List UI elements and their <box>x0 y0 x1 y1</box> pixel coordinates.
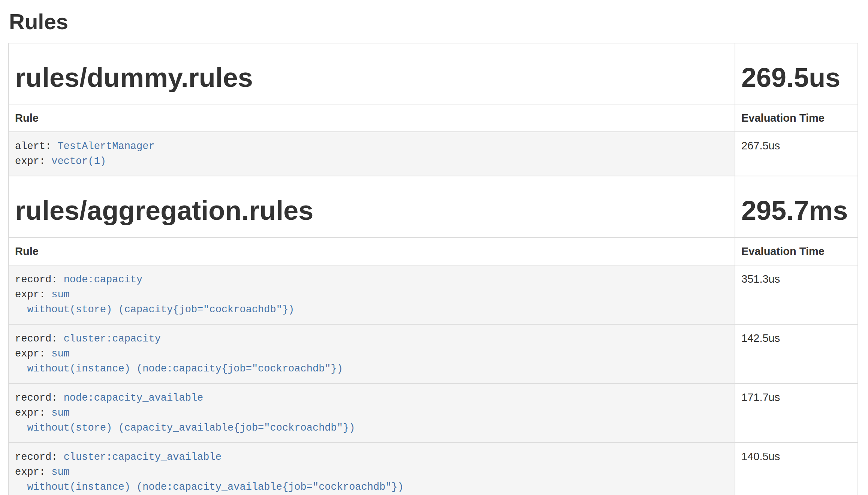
rule-expression-link[interactable]: node:capacity <box>64 274 143 285</box>
column-header-row: RuleEvaluation Time <box>9 237 858 265</box>
rule-expression-link[interactable]: sum <box>51 407 70 419</box>
rule-cell: alert: TestAlertManager expr: vector(1) <box>9 132 735 176</box>
rules-table: rules/dummy.rules269.5usRuleEvaluation T… <box>8 43 858 495</box>
rule-cell: record: cluster:capacity_available expr:… <box>9 443 735 495</box>
rule-eval-time: 140.5us <box>735 443 858 495</box>
rule-eval-time: 142.5us <box>735 324 858 383</box>
rule-cell: record: node:capacity expr: sum without(… <box>9 265 735 324</box>
column-header-row: RuleEvaluation Time <box>9 104 858 132</box>
rule-keyword: expr: <box>15 289 51 300</box>
rule-keyword: expr: <box>15 348 51 359</box>
rule-keyword: expr: <box>15 467 51 478</box>
rule-expression-link[interactable]: sum <box>51 289 70 300</box>
rule-group-file: rules/dummy.rules <box>15 64 729 92</box>
rule-row: alert: TestAlertManager expr: vector(1)2… <box>9 132 858 176</box>
rules-page: Rules rules/dummy.rules269.5usRuleEvalua… <box>0 10 868 495</box>
rule-definition: record: cluster:capacity_available expr:… <box>15 450 729 495</box>
rule-row: record: node:capacity_available expr: su… <box>9 383 858 443</box>
rule-keyword: record: <box>15 392 64 404</box>
rule-group-file-cell: rules/dummy.rules <box>9 43 735 104</box>
rule-column-header: Rule <box>9 104 735 132</box>
rule-definition: alert: TestAlertManager expr: vector(1) <box>15 139 729 169</box>
rule-keyword <box>15 304 27 315</box>
rule-expression-link[interactable]: cluster:capacity <box>64 333 161 344</box>
rule-keyword: expr: <box>15 156 51 167</box>
rule-keyword: record: <box>15 333 64 344</box>
rule-keyword: expr: <box>15 407 51 419</box>
page-title: Rules <box>9 10 858 34</box>
rule-eval-time: 351.3us <box>735 265 858 324</box>
rule-column-header: Rule <box>9 237 735 265</box>
rule-definition: record: cluster:capacity expr: sum witho… <box>15 331 729 376</box>
rule-group-heading-row: rules/dummy.rules269.5us <box>9 43 858 104</box>
rule-expression-link[interactable]: TestAlertManager <box>57 141 154 152</box>
rule-keyword <box>15 422 27 434</box>
rule-group-total-time-cell: 269.5us <box>735 43 858 104</box>
rule-expression-link[interactable]: vector(1) <box>51 156 106 167</box>
rule-keyword: record: <box>15 274 64 285</box>
rule-definition: record: node:capacity_available expr: su… <box>15 391 729 435</box>
rule-keyword: alert: <box>15 141 57 152</box>
rule-group-file-cell: rules/aggregation.rules <box>9 176 735 237</box>
rule-row: record: cluster:capacity_available expr:… <box>9 443 858 495</box>
rule-definition: record: node:capacity expr: sum without(… <box>15 272 729 317</box>
rule-expression-link[interactable]: cluster:capacity_available <box>64 452 221 463</box>
rule-group-total-time-cell: 295.7ms <box>735 176 858 237</box>
rule-expression-link[interactable]: without(store) (capacity{job="cockroachd… <box>27 304 294 315</box>
rule-eval-time: 171.7us <box>735 383 858 443</box>
rule-expression-link[interactable]: without(instance) (node:capacity{job="co… <box>27 363 343 374</box>
rule-group-total-time: 269.5us <box>741 64 852 92</box>
rule-keyword: record: <box>15 452 64 463</box>
evaluation-time-column-header: Evaluation Time <box>735 104 858 132</box>
rule-expression-link[interactable]: node:capacity_available <box>64 392 204 404</box>
rule-group-heading-row: rules/aggregation.rules295.7ms <box>9 176 858 237</box>
evaluation-time-column-header: Evaluation Time <box>735 237 858 265</box>
rule-expression-link[interactable]: sum <box>51 348 70 359</box>
rule-cell: record: cluster:capacity expr: sum witho… <box>9 324 735 383</box>
rules-table-body: rules/dummy.rules269.5usRuleEvaluation T… <box>9 43 858 495</box>
rule-keyword <box>15 482 27 493</box>
rule-cell: record: node:capacity_available expr: su… <box>9 383 735 443</box>
rule-row: record: node:capacity expr: sum without(… <box>9 265 858 324</box>
rule-expression-link[interactable]: without(instance) (node:capacity_availab… <box>27 482 404 493</box>
rule-group-file: rules/aggregation.rules <box>15 197 729 225</box>
rule-eval-time: 267.5us <box>735 132 858 176</box>
rule-group-total-time: 295.7ms <box>741 197 852 225</box>
rule-row: record: cluster:capacity expr: sum witho… <box>9 324 858 383</box>
rule-keyword <box>15 363 27 374</box>
rule-expression-link[interactable]: sum <box>51 467 70 478</box>
rule-expression-link[interactable]: without(store) (capacity_available{job="… <box>27 422 355 434</box>
